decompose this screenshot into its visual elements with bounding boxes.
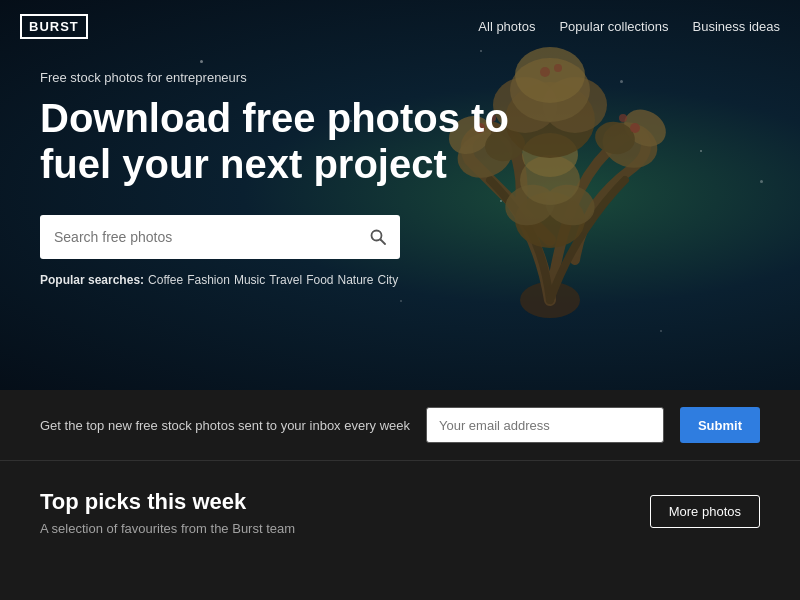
all-photos-link[interactable]: All photos (478, 19, 535, 34)
top-picks-subtitle: A selection of favourites from the Burst… (40, 521, 295, 536)
hero-content: Free stock photos for entrepreneurs Down… (40, 70, 520, 287)
top-picks-info: Top picks this week A selection of favou… (40, 489, 295, 536)
email-section: Get the top new free stock photos sent t… (0, 390, 800, 460)
popular-tag-fashion[interactable]: Fashion (187, 273, 230, 287)
search-icon (370, 229, 386, 245)
hero-title: Download free photos to fuel your next p… (40, 95, 520, 187)
svg-point-20 (619, 114, 627, 122)
nav-links: All photos Popular collections Business … (478, 19, 780, 34)
popular-collections-link[interactable]: Popular collections (559, 19, 668, 34)
popular-tag-music[interactable]: Music (234, 273, 265, 287)
popular-tag-coffee[interactable]: Coffee (148, 273, 183, 287)
popular-tag-city[interactable]: City (378, 273, 399, 287)
svg-point-19 (630, 123, 640, 133)
email-promo-text: Get the top new free stock photos sent t… (40, 418, 410, 433)
bottom-section: Top picks this week A selection of favou… (0, 461, 800, 564)
popular-searches: Popular searches: Coffee Fashion Music T… (40, 273, 520, 287)
popular-label: Popular searches: (40, 273, 144, 287)
search-bar (40, 215, 400, 259)
more-photos-button[interactable]: More photos (650, 495, 760, 528)
search-input[interactable] (40, 229, 356, 245)
search-button[interactable] (356, 229, 400, 245)
logo[interactable]: BURST (20, 14, 88, 39)
svg-line-24 (381, 240, 386, 245)
main-nav: BURST All photos Popular collections Bus… (0, 0, 800, 53)
email-input[interactable] (426, 407, 664, 443)
submit-button[interactable]: Submit (680, 407, 760, 443)
popular-tag-nature[interactable]: Nature (338, 273, 374, 287)
top-picks-title: Top picks this week (40, 489, 295, 515)
popular-tag-food[interactable]: Food (306, 273, 333, 287)
business-ideas-link[interactable]: Business ideas (693, 19, 780, 34)
svg-point-16 (515, 47, 585, 103)
svg-point-22 (554, 64, 562, 72)
hero-subtitle: Free stock photos for entrepreneurs (40, 70, 520, 85)
svg-point-21 (540, 67, 550, 77)
popular-tag-travel[interactable]: Travel (269, 273, 302, 287)
